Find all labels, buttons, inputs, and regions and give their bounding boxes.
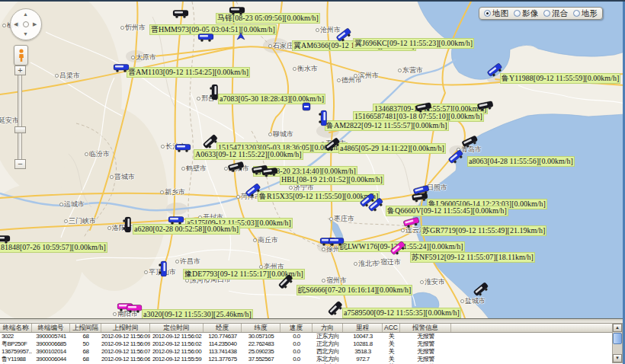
table-cell: 东北方向 bbox=[312, 356, 343, 363]
map-viewport[interactable]: 榆林延安市忻州市太原市吕梁市临汾市晋城市长治市运城市三门峡市洛阳市石家庄沧州市衡… bbox=[0, 2, 625, 318]
map-type-option-map[interactable]: 地图 bbox=[484, 8, 508, 19]
vehicle-label[interactable]: 鲁Y11988[09-12 11:55:59][0.00km/h] bbox=[500, 73, 620, 84]
table-header-cell[interactable]: 方向 bbox=[312, 324, 343, 332]
vehicle-marker[interactable] bbox=[0, 233, 11, 247]
vehicle-marker[interactable] bbox=[207, 85, 220, 101]
vehicle-label[interactable]: 苏NF5912[09-12 11:55:07][18.11km/h] bbox=[410, 252, 535, 263]
table-cell: 无报警 bbox=[400, 356, 451, 363]
vehicle-marker[interactable] bbox=[198, 31, 214, 45]
city-dot-icon bbox=[181, 167, 185, 171]
map-type-option-terrain[interactable]: 地形 bbox=[573, 8, 598, 19]
vehicle-label[interactable]: 苏GR7719[09-12 11:55:49][21.19km/h] bbox=[421, 225, 546, 236]
pan-right-icon[interactable]: ▶ bbox=[33, 21, 37, 27]
vehicle-label[interactable]: a3020[09-12 11:55:30][25.46km/h] bbox=[142, 309, 253, 318]
vehicle-marker[interactable] bbox=[236, 30, 245, 44]
table-header-cell[interactable] bbox=[451, 324, 614, 332]
table-header-cell[interactable]: ACC bbox=[383, 324, 400, 332]
table-row[interactable]: 鲁Y119883900006044682012-09-12 11:56:0620… bbox=[0, 356, 614, 363]
vehicle-marker[interactable] bbox=[316, 110, 329, 126]
city-label: 淮北市 bbox=[354, 259, 379, 269]
vehicle-marker[interactable] bbox=[175, 142, 191, 155]
vehicle-label[interactable]: a7589500[09-12 11:55:35][0.00km/h] bbox=[342, 308, 461, 318]
pan-left-icon[interactable]: ◀ bbox=[14, 21, 18, 27]
vehicle-label[interactable]: 冀J696KC[09-12 11:55:23][0.00km/h] bbox=[353, 38, 474, 49]
map-type-option-satellite[interactable]: 影像 bbox=[514, 8, 538, 19]
scroll-down-button[interactable]: ▼ bbox=[613, 354, 622, 362]
vehicle-label[interactable]: 晋AM1103[09-12 11:54:25][0.00km/h] bbox=[127, 67, 250, 78]
table-row[interactable]: 136759957...3900102014682012-09-12 11:56… bbox=[0, 348, 614, 356]
vehicle-marker[interactable] bbox=[261, 165, 278, 181]
table-cell: 2012-09-12 11:56:09 bbox=[101, 340, 150, 348]
table-cell bbox=[451, 333, 614, 340]
zoom-in-button[interactable]: + bbox=[14, 65, 26, 75]
pan-center-icon[interactable] bbox=[23, 21, 29, 27]
table-header-cell[interactable]: 里程 bbox=[343, 324, 383, 332]
table-cell: 3900006044 bbox=[32, 356, 70, 363]
table-cell: 37.552567 bbox=[242, 356, 280, 363]
vehicle-label[interactable]: 181848[07-26 10:59:57][0.00km/h] bbox=[0, 242, 107, 253]
pegman-button[interactable] bbox=[14, 45, 28, 65]
vehicle-marker[interactable] bbox=[168, 214, 184, 228]
table-cell: 西北方向 bbox=[312, 348, 343, 356]
vehicle-label[interactable]: a8063[04-28 11:55:56][0.00km/h] bbox=[467, 156, 575, 167]
table-header-cell[interactable]: 终端编号 bbox=[32, 324, 70, 332]
table-header-cell[interactable]: 经度 bbox=[204, 324, 242, 332]
vehicle-marker[interactable] bbox=[229, 5, 245, 18]
map-type-option-hybrid[interactable]: 混合 bbox=[543, 8, 568, 19]
table-cell: 121.377675 bbox=[204, 356, 242, 363]
table-cell: 2012-09-12 11:56:00 bbox=[150, 348, 204, 356]
vehicle-label[interactable]: a4865[05-29 14:11:22][0.00km/h] bbox=[338, 143, 446, 154]
scroll-up-button[interactable]: ▲ bbox=[613, 324, 622, 332]
vehicle-label[interactable]: 鲁Q6660V[09-12 11:55:45][0.00km/h] bbox=[386, 206, 508, 216]
zoom-out-button[interactable]: − bbox=[14, 159, 26, 169]
table-header-cell[interactable]: 上报时间 bbox=[101, 324, 150, 332]
table-header-cell[interactable]: 上报间隔 bbox=[70, 324, 101, 332]
pan-down-icon[interactable]: ▼ bbox=[23, 31, 28, 37]
table-cell: 2012-09-12 11:56:02 bbox=[150, 340, 204, 348]
scroll-track[interactable] bbox=[613, 345, 622, 354]
city-dot-icon bbox=[420, 280, 424, 284]
vehicle-label[interactable]: 皖S6666[07-20 16:16:14][0.00km/h] bbox=[296, 285, 412, 295]
zoom-track[interactable] bbox=[18, 75, 22, 159]
table-row[interactable]: 30223900005741682012-09-12 11:56:092012-… bbox=[0, 333, 614, 340]
table-header-cell[interactable]: 纬度 bbox=[242, 324, 280, 332]
pegman-icon bbox=[18, 49, 25, 62]
vehicle-label[interactable]: a6280[02-28 00:52:58][0.00km/h] bbox=[133, 224, 240, 235]
city-dot-icon bbox=[131, 56, 135, 59]
vehicle-marker[interactable] bbox=[329, 235, 345, 249]
table-cell: 0.0 bbox=[280, 333, 312, 340]
vehicle-marker[interactable] bbox=[173, 8, 189, 21]
city-label: 忻州市 bbox=[120, 23, 146, 33]
zoom-slider-handle[interactable] bbox=[14, 126, 26, 133]
table-cell: 无报警 bbox=[400, 340, 451, 348]
table-cell: 鲁Y11988 bbox=[0, 356, 32, 363]
pan-control[interactable]: ▲ ▼ ◀ ▶ bbox=[10, 8, 42, 40]
vehicle-marker[interactable] bbox=[120, 217, 133, 233]
vehicle-marker[interactable] bbox=[127, 302, 143, 316]
table-header-cell[interactable]: 报警信息 bbox=[400, 324, 451, 332]
vehicle-marker[interactable] bbox=[114, 62, 130, 75]
scroll-thumb[interactable] bbox=[613, 333, 622, 344]
table-cell: 关 bbox=[383, 356, 400, 363]
city-label: 吕梁市 bbox=[55, 71, 80, 81]
table-header-cell[interactable]: 速度 bbox=[280, 324, 312, 332]
radio-icon bbox=[543, 10, 550, 17]
vehicle-marker[interactable] bbox=[302, 101, 311, 114]
vehicle-label[interactable]: 鲁AM2822[09-12 11:55:57][0.00km/h] bbox=[325, 120, 449, 131]
table-cell: 113.741438 bbox=[204, 348, 242, 356]
vehicle-label[interactable]: HBL[08-19 21:01:52][0.00km/h] bbox=[280, 174, 384, 185]
city-dot-icon bbox=[268, 133, 272, 136]
vehicle-marker[interactable] bbox=[411, 190, 428, 206]
city-dot-icon bbox=[253, 238, 257, 242]
radio-icon bbox=[514, 10, 521, 17]
table-header-cell[interactable]: 终端名称 bbox=[0, 324, 32, 332]
table-row[interactable]: 粤BP250F3900006685502012-09-12 11:56:0920… bbox=[0, 340, 614, 348]
radio-icon bbox=[573, 10, 580, 17]
table-cell: 0.0 bbox=[280, 340, 312, 348]
table-scrollbar[interactable]: ▲ ▼ bbox=[612, 323, 623, 363]
city-label: 东营市 bbox=[398, 65, 423, 75]
table-header-cell[interactable]: 定位时间 bbox=[150, 324, 204, 332]
pan-up-icon[interactable]: ▲ bbox=[23, 11, 28, 17]
city-label: 三门峡市 bbox=[64, 216, 96, 226]
vehicle-marker[interactable] bbox=[155, 261, 169, 277]
